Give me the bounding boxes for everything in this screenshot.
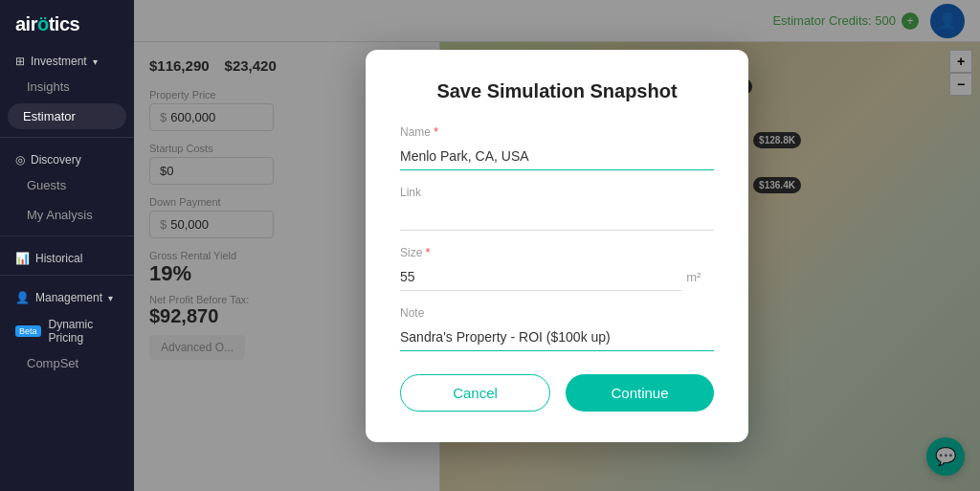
sidebar-item-guests[interactable]: Guests (0, 170, 134, 200)
modal-actions: Cancel Continue (400, 374, 714, 412)
name-label: Name * (400, 125, 714, 139)
management-label: Management (35, 291, 102, 304)
management-icon: 👤 (15, 291, 30, 304)
modal-title: Save Simulation Snapshot (400, 80, 714, 102)
save-snapshot-modal: Save Simulation Snapshot Name * Link Siz… (366, 50, 748, 442)
divider2 (0, 235, 134, 236)
modal-overlay: Save Simulation Snapshot Name * Link Siz… (134, 0, 980, 491)
sidebar-item-insights[interactable]: Insights (0, 72, 134, 101)
main-content: Estimator Credits: 500 + 👤 $116,290 $23,… (134, 0, 980, 491)
note-input[interactable] (400, 324, 714, 351)
required-star: * (434, 125, 438, 139)
discovery-icon: ◎ (15, 153, 25, 167)
sidebar-section-investment[interactable]: ⊞ Investment ▾ (0, 45, 134, 72)
logo-accent: ö (37, 13, 49, 34)
link-input[interactable] (400, 203, 714, 231)
divider (0, 137, 134, 138)
link-label: Link (400, 186, 714, 199)
continue-button[interactable]: Continue (566, 374, 714, 412)
divider3 (0, 275, 134, 276)
size-required-star: * (426, 246, 431, 259)
note-label: Note (400, 306, 714, 320)
sidebar-section-discovery[interactable]: ◎ Discovery (0, 144, 134, 170)
logo: airötics (0, 0, 134, 45)
sidebar-item-compset[interactable]: CompSet (0, 348, 134, 378)
dynamic-pricing-label: Dynamic Pricing (49, 318, 119, 345)
sidebar-section-management[interactable]: 👤 Management ▾ (0, 281, 134, 308)
chevron-down-icon2: ▾ (108, 293, 113, 303)
chevron-down-icon: ▾ (93, 56, 98, 67)
sidebar-item-estimator[interactable]: Estimator (8, 103, 126, 129)
investment-icon: ⊞ (15, 55, 25, 68)
sidebar-section-historical[interactable]: 📊 Historical (0, 242, 134, 269)
note-form-group: Note (400, 306, 714, 351)
logo-text: airötics (15, 13, 79, 34)
size-unit: m² (686, 270, 701, 284)
sidebar-item-my-analysis[interactable]: My Analysis (0, 200, 134, 230)
name-input[interactable] (400, 143, 714, 170)
historical-icon: 📊 (15, 252, 30, 265)
discovery-label: Discovery (31, 153, 81, 167)
size-label: Size * (400, 246, 714, 259)
size-input-row: m² (400, 263, 714, 291)
size-input[interactable] (400, 263, 682, 291)
sidebar: airötics ⊞ Investment ▾ Insights Estimat… (0, 0, 134, 491)
size-form-group: Size * m² (400, 246, 714, 291)
link-form-group: Link (400, 186, 714, 231)
name-form-group: Name * (400, 125, 714, 170)
historical-label: Historical (35, 252, 82, 265)
beta-badge: Beta (15, 325, 41, 337)
sidebar-section-dynamic-pricing[interactable]: Beta Dynamic Pricing (0, 308, 134, 348)
cancel-button[interactable]: Cancel (400, 374, 550, 412)
investment-label: Investment (31, 55, 87, 68)
